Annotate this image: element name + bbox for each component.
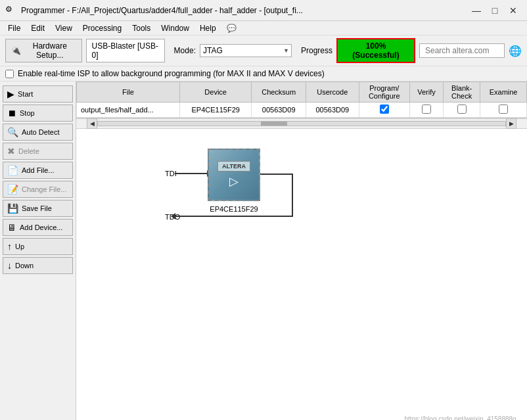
auto-detect-label: Auto Detect bbox=[22, 128, 59, 136]
file-table: File Device Checksum Usercode Program/Co… bbox=[76, 82, 527, 118]
horizontal-scrollbar[interactable]: ◀ ▶ bbox=[76, 118, 527, 129]
cell-examine[interactable] bbox=[480, 103, 527, 118]
save-file-label: Save File bbox=[22, 204, 52, 212]
verify-checkbox[interactable] bbox=[422, 105, 431, 114]
sidebar-btn-down[interactable]: ↓Down bbox=[3, 257, 73, 274]
blank-check-checkbox[interactable] bbox=[457, 105, 467, 114]
v-line-right bbox=[292, 174, 293, 217]
col-examine: Examine bbox=[480, 82, 527, 103]
change-file-icon: 📝 bbox=[7, 184, 18, 195]
table-row: output_files/half_add... EP4CE115F29 005… bbox=[77, 103, 527, 118]
app-icon: ⚙ bbox=[5, 5, 17, 16]
sidebar-btn-save-file[interactable]: 💾Save File bbox=[3, 200, 73, 217]
search-input[interactable] bbox=[419, 43, 505, 58]
globe-icon[interactable]: 🌐 bbox=[509, 45, 522, 57]
stop-label: Stop bbox=[20, 109, 35, 117]
add-file-label: Add File... bbox=[22, 166, 55, 174]
sidebar-btn-change-file: 📝Change File... bbox=[3, 181, 73, 198]
progress-display: 100% (Successful) bbox=[336, 38, 415, 63]
start-label: Start bbox=[18, 90, 33, 98]
col-verify: Verify bbox=[409, 82, 443, 103]
add-device-label: Add Device... bbox=[20, 223, 62, 231]
watermark: https://blog.csdn.net/weixin_4158888q... bbox=[405, 415, 522, 420]
close-button[interactable]: ✕ bbox=[505, 4, 522, 17]
mode-select[interactable]: JTAG AS PS bbox=[200, 44, 292, 57]
sidebar: ▶Start⏹Stop🔍Auto Detect✖Delete📄Add File.… bbox=[0, 82, 76, 420]
sidebar-btn-up[interactable]: ↑Up bbox=[3, 238, 73, 255]
col-device: Device bbox=[179, 82, 252, 103]
cell-program[interactable] bbox=[359, 103, 409, 118]
content: File Device Checksum Usercode Program/Co… bbox=[76, 82, 527, 420]
isp-checkbox[interactable] bbox=[5, 70, 14, 78]
titlebar: ⚙ Programmer - F:/All_Project/Quartus/ad… bbox=[0, 0, 527, 21]
menu-item-processing[interactable]: Processing bbox=[78, 22, 127, 34]
down-icon: ↓ bbox=[7, 260, 12, 271]
col-blank: Blank-Check bbox=[444, 82, 480, 103]
hw-icon: 🔌 bbox=[11, 46, 21, 55]
progress-label: Progress bbox=[301, 46, 332, 55]
chip-symbol: ▷ bbox=[229, 174, 239, 189]
change-file-label: Change File... bbox=[22, 185, 66, 193]
cell-usercode: 00563D09 bbox=[306, 103, 359, 118]
table-area: File Device Checksum Usercode Program/Co… bbox=[76, 82, 527, 118]
stop-icon: ⏹ bbox=[7, 108, 16, 118]
col-file: File bbox=[77, 82, 180, 103]
isp-label: Enable real-time ISP to allow background… bbox=[18, 69, 325, 78]
isp-row: Enable real-time ISP to allow background… bbox=[0, 66, 527, 82]
cell-checksum: 00563D09 bbox=[252, 103, 306, 118]
sidebar-btn-add-file[interactable]: 📄Add File... bbox=[3, 162, 73, 179]
diagram-area: TDI ALTERA ▷ EP4CE115F29 TDO https://blo… bbox=[76, 129, 527, 420]
sidebar-btn-add-device[interactable]: 🖥Add Device... bbox=[3, 219, 73, 236]
menu-item-file[interactable]: File bbox=[3, 22, 26, 34]
tdo-arrow bbox=[175, 216, 293, 217]
cell-blank[interactable] bbox=[444, 103, 480, 118]
add-device-icon: 🖥 bbox=[7, 222, 16, 233]
menu-item-window[interactable]: Window bbox=[156, 22, 195, 34]
usb-blaster-display: USB-Blaster [USB-0] bbox=[86, 39, 165, 62]
mode-select-wrapper: JTAG AS PS bbox=[200, 44, 292, 57]
chip-logo: ALTERA bbox=[218, 161, 250, 172]
down-label: Down bbox=[15, 262, 34, 269]
sidebar-btn-auto-detect[interactable]: 🔍Auto Detect bbox=[3, 124, 73, 141]
menu-item-help[interactable]: Help bbox=[195, 22, 221, 34]
mode-label: Mode: bbox=[174, 46, 196, 55]
chip-device-label: EP4CE115F29 bbox=[210, 205, 258, 213]
add-file-icon: 📄 bbox=[7, 165, 18, 175]
delete-icon: ✖ bbox=[7, 146, 15, 156]
toolbar: 🔌 Hardware Setup... USB-Blaster [USB-0] … bbox=[0, 35, 527, 66]
cell-file: output_files/half_add... bbox=[77, 103, 180, 118]
scroll-track[interactable] bbox=[97, 121, 506, 126]
minimize-button[interactable]: — bbox=[468, 4, 485, 17]
sidebar-btn-start[interactable]: ▶Start bbox=[3, 85, 73, 103]
up-icon: ↑ bbox=[7, 241, 12, 252]
menu-item-[interactable]: 💬 bbox=[221, 22, 242, 34]
delete-label: Delete bbox=[18, 147, 39, 155]
title-text: Programmer - F:/All_Project/Quartus/adde… bbox=[21, 6, 468, 15]
menu-item-view[interactable]: View bbox=[50, 22, 78, 34]
menu-item-edit[interactable]: Edit bbox=[26, 22, 50, 34]
col-usercode: Usercode bbox=[306, 82, 359, 103]
save-file-icon: 💾 bbox=[7, 203, 18, 214]
program-checkbox[interactable] bbox=[380, 105, 389, 114]
scroll-right-arrow[interactable]: ▶ bbox=[506, 118, 516, 129]
maximize-button[interactable]: □ bbox=[486, 4, 503, 17]
sidebar-btn-stop[interactable]: ⏹Stop bbox=[3, 105, 73, 122]
sidebar-btn-delete: ✖Delete bbox=[3, 143, 73, 160]
menubar: FileEditViewProcessingToolsWindowHelp💬 bbox=[0, 21, 527, 35]
up-label: Up bbox=[15, 243, 24, 250]
auto-detect-icon: 🔍 bbox=[7, 127, 18, 137]
start-icon: ▶ bbox=[7, 89, 14, 99]
main-layout: ▶Start⏹Stop🔍Auto Detect✖Delete📄Add File.… bbox=[0, 82, 527, 420]
scroll-left-arrow[interactable]: ◀ bbox=[87, 118, 97, 129]
col-program: Program/Configure bbox=[359, 82, 409, 103]
menu-item-tools[interactable]: Tools bbox=[127, 22, 156, 34]
cell-verify[interactable] bbox=[409, 103, 443, 118]
hardware-setup-button[interactable]: 🔌 Hardware Setup... bbox=[5, 39, 82, 62]
hw-setup-label: Hardware Setup... bbox=[24, 41, 76, 60]
cell-device: EP4CE115F29 bbox=[179, 103, 252, 118]
h-line-top bbox=[260, 174, 293, 175]
examine-checkbox[interactable] bbox=[499, 105, 508, 114]
scroll-thumb[interactable] bbox=[261, 122, 287, 126]
device-chip: ALTERA ▷ EP4CE115F29 bbox=[208, 149, 260, 201]
tdi-arrow bbox=[175, 173, 208, 174]
